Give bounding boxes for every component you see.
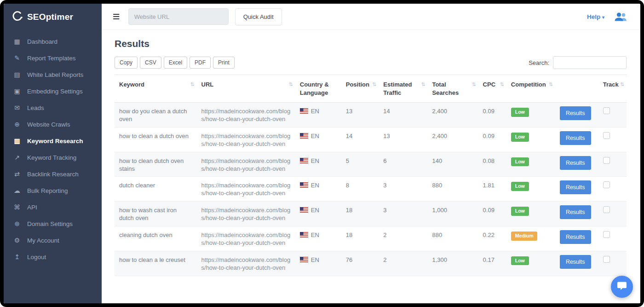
cell-position: 13 xyxy=(341,103,379,127)
hamburger-menu-icon[interactable]: ≡ xyxy=(113,11,120,23)
embedding-settings-icon: ▣ xyxy=(13,87,21,95)
cell-action: Results xyxy=(555,202,598,226)
track-checkbox[interactable] xyxy=(603,231,610,238)
sidebar-item-website-crawls[interactable]: ⊕Website Crawls xyxy=(4,116,102,133)
us-flag-icon xyxy=(300,257,308,262)
column-label: URL xyxy=(201,81,214,88)
sidebar-item-label: Keyword Research xyxy=(27,138,83,145)
column-header-keyword[interactable]: Keyword⇅ xyxy=(115,75,197,103)
column-header-track[interactable]: Track⇅ xyxy=(598,75,627,103)
results-button[interactable]: Results xyxy=(560,106,591,120)
cell-position: 18 xyxy=(341,202,379,226)
sidebar-nav: ▦Dashboard✎Report Templates▤White Label … xyxy=(4,33,102,265)
sidebar-item-report-templates[interactable]: ✎Report Templates xyxy=(4,50,102,66)
sidebar-item-dashboard[interactable]: ▦Dashboard xyxy=(4,33,102,50)
sidebar-item-label: Embedding Settings xyxy=(27,88,83,95)
results-button[interactable]: Results xyxy=(560,180,591,194)
sidebar-item-logout[interactable]: ↥Logout xyxy=(4,249,102,265)
print-export-button[interactable]: Print xyxy=(213,57,235,69)
track-checkbox[interactable] xyxy=(603,256,610,263)
leads-icon: ✉ xyxy=(13,104,21,111)
sidebar-item-domain-settings[interactable]: ⊛Domain Settings xyxy=(4,215,102,232)
copy-export-button[interactable]: Copy xyxy=(115,57,138,69)
sort-icon[interactable]: ⇅ xyxy=(472,81,476,88)
cell-url: https://madeincookware.com/blogs/how-to-… xyxy=(197,226,295,251)
column-header-searches[interactable]: Total Searches⇅ xyxy=(427,75,478,103)
results-button[interactable]: Results xyxy=(560,156,591,170)
results-button[interactable]: Results xyxy=(560,255,591,269)
website-url-input[interactable] xyxy=(128,8,229,25)
page-title: Results xyxy=(115,38,627,49)
sidebar-item-label: API xyxy=(27,204,37,211)
help-menu[interactable]: Help ▾ xyxy=(587,13,604,20)
sidebar-item-bulk-reporting[interactable]: ☁Bulk Reporting xyxy=(4,182,102,199)
cell-track xyxy=(598,202,627,226)
track-checkbox[interactable] xyxy=(603,107,610,114)
csv-export-button[interactable]: CSV xyxy=(140,57,161,69)
cell-competition: Low xyxy=(506,103,555,127)
cell-action: Results xyxy=(555,152,598,177)
track-checkbox[interactable] xyxy=(603,132,610,139)
language-label: EN xyxy=(311,108,319,115)
cell-cpc: 0.09 xyxy=(478,103,506,127)
my-account-icon: ⚙ xyxy=(13,237,21,244)
cell-action: Results xyxy=(555,251,598,276)
help-label: Help xyxy=(587,13,600,20)
keyword-research-icon: ▥ xyxy=(13,137,21,145)
sidebar-item-label: Domain Settings xyxy=(27,220,73,227)
sidebar-item-white-label-reports[interactable]: ▤White Label Reports xyxy=(4,66,102,83)
track-checkbox[interactable] xyxy=(603,157,610,164)
excel-export-button[interactable]: Excel xyxy=(164,57,187,69)
cell-searches: 140 xyxy=(427,152,478,177)
sidebar-item-keyword-research[interactable]: ▥Keyword Research xyxy=(4,133,102,149)
sort-icon[interactable]: ⇅ xyxy=(372,81,376,88)
track-checkbox[interactable] xyxy=(603,206,610,213)
sort-icon[interactable]: ⇅ xyxy=(289,81,293,88)
sort-icon[interactable]: ⇅ xyxy=(500,81,504,88)
sidebar-item-embedding-settings[interactable]: ▣Embedding Settings xyxy=(4,83,102,99)
cell-track xyxy=(598,152,627,177)
sidebar-item-keyword-tracking[interactable]: ↗Keyword Tracking xyxy=(4,149,102,166)
sidebar-item-backlink-research[interactable]: ⇄Backlink Research xyxy=(4,166,102,182)
chat-launcher-button[interactable] xyxy=(611,276,633,298)
sidebar-item-my-account[interactable]: ⚙My Account xyxy=(4,232,102,249)
column-label: Competition xyxy=(511,81,546,88)
cell-url: https://madeincookware.com/blogs/how-to-… xyxy=(197,202,295,226)
users-icon[interactable] xyxy=(614,12,628,22)
results-button[interactable]: Results xyxy=(560,131,591,145)
sidebar-item-label: White Label Reports xyxy=(27,71,83,78)
cell-track xyxy=(598,103,627,127)
sidebar-item-leads[interactable]: ✉Leads xyxy=(4,99,102,116)
quick-audit-button[interactable]: Quick Audit xyxy=(235,8,282,25)
column-header-url[interactable]: URL⇅ xyxy=(197,75,295,103)
cell-traffic: 2 xyxy=(379,226,427,251)
column-header-competition[interactable]: Competition⇅ xyxy=(506,75,555,103)
sidebar-item-label: Website Crawls xyxy=(27,121,70,128)
cell-action: Results xyxy=(555,226,598,251)
topbar: ≡ Quick Audit Help ▾ xyxy=(102,4,640,30)
sidebar-item-label: Leads xyxy=(27,104,44,111)
seoptimer-logo-icon xyxy=(11,10,23,24)
sidebar-item-api[interactable]: ⌘API xyxy=(4,199,102,215)
table-search-input[interactable] xyxy=(553,56,627,69)
track-checkbox[interactable] xyxy=(603,181,610,188)
results-button[interactable]: Results xyxy=(560,230,591,244)
cell-cpc: 0.09 xyxy=(478,127,506,152)
brand[interactable]: SEOptimer xyxy=(4,4,102,33)
sort-icon[interactable]: ⇅ xyxy=(190,81,194,88)
sort-icon[interactable]: ⇅ xyxy=(620,81,624,88)
column-header-cpc[interactable]: CPC⇅ xyxy=(478,75,506,103)
cell-country: EN xyxy=(295,202,341,226)
cell-action: Results xyxy=(555,177,598,202)
cell-competition: Low xyxy=(506,177,555,202)
results-button[interactable]: Results xyxy=(560,205,591,219)
cell-track xyxy=(598,226,627,251)
pdf-export-button[interactable]: PDF xyxy=(190,57,211,69)
column-label: Track xyxy=(603,81,619,88)
column-header-traffic[interactable]: Estimated Traffic⇅ xyxy=(379,75,427,103)
sort-icon[interactable]: ⇅ xyxy=(421,81,425,88)
column-header-position[interactable]: Position⇅ xyxy=(341,75,379,103)
sort-icon[interactable]: ⇅ xyxy=(549,81,553,88)
cell-track xyxy=(598,251,627,276)
sidebar-item-label: My Account xyxy=(27,237,59,244)
